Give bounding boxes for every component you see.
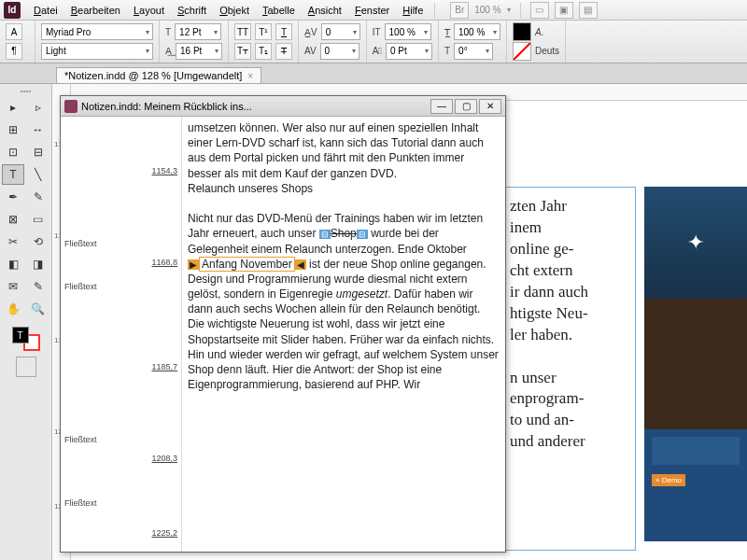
- kerning-icon: A̲V: [304, 27, 317, 37]
- transform-tool-icon[interactable]: ⟲: [27, 231, 49, 252]
- para-format-icon[interactable]: ¶: [6, 43, 22, 60]
- subscript-icon[interactable]: T₁: [255, 43, 272, 60]
- maximize-button[interactable]: ▢: [455, 99, 477, 114]
- note-tool-icon[interactable]: ✉: [2, 276, 24, 297]
- minimize-button[interactable]: —: [430, 99, 453, 114]
- story-editor-icon: [64, 100, 78, 113]
- inserted-text: Anfang November: [199, 257, 295, 272]
- document-tab-title: *Notizen.indd @ 128 % [Umgewandelt]: [64, 70, 242, 81]
- hscale-combo[interactable]: 100 %: [454, 23, 500, 40]
- strikethrough-icon[interactable]: T̶: [275, 43, 292, 60]
- scissors-tool-icon[interactable]: ✂: [2, 231, 24, 252]
- story-gutter: 1154,3 Fließtext 1168,8 Fließtext 1185,7…: [61, 117, 182, 552]
- story-text[interactable]: umsetzen können. Wer also nur auf einen …: [182, 117, 505, 552]
- menu-schrift[interactable]: Schrift: [172, 3, 212, 18]
- document-tab-strip: *Notizen.indd @ 128 % [Umgewandelt] ×: [0, 63, 747, 84]
- menu-tabelle[interactable]: Tabelle: [257, 3, 301, 18]
- screen-mode-icon[interactable]: ▣: [555, 2, 573, 19]
- bridge-button[interactable]: Br: [450, 2, 469, 19]
- selection-tool-icon[interactable]: ▸: [2, 97, 24, 118]
- toolbox: ▸ ▹ ⊞ ↔ ⊡ ⊟ T ╲ ✒ ✎ ⊠ ▭ ✂ ⟲ ◧ ◨ ✉ ✎ ✋ 🔍 …: [0, 84, 52, 560]
- arrange-icon[interactable]: ▤: [579, 2, 598, 19]
- pen-tool-icon[interactable]: ✒: [2, 187, 24, 207]
- line-tool-icon[interactable]: ╲: [27, 164, 49, 185]
- menu-hilfe[interactable]: Hilfe: [397, 3, 429, 18]
- delete-mark-end-icon: ⊟: [357, 230, 368, 239]
- close-button[interactable]: ✕: [479, 99, 501, 114]
- content-collector-icon[interactable]: ⊡: [2, 142, 24, 162]
- kerning-combo[interactable]: 0: [321, 23, 360, 40]
- menu-fenster[interactable]: Fenster: [349, 3, 395, 18]
- vscale-icon: IT: [373, 27, 381, 37]
- allcaps-icon[interactable]: TT: [234, 23, 251, 40]
- view-mode-icon[interactable]: [16, 357, 36, 377]
- document-tab[interactable]: *Notizen.indd @ 128 % [Umgewandelt] ×: [56, 67, 261, 83]
- story-editor-title: Notizen.indd: Meinem Rückblick ins...: [81, 101, 252, 112]
- eyedropper-tool-icon[interactable]: ✎: [27, 276, 49, 297]
- app-icon: Id: [4, 2, 21, 19]
- skew-icon: T: [444, 46, 450, 56]
- type-tool-icon[interactable]: T: [2, 164, 24, 185]
- story-editor-window: Notizen.indd: Meinem Rückblick ins... — …: [60, 95, 506, 553]
- baseline-combo[interactable]: 0 Pt: [386, 43, 432, 60]
- delete-mark-icon: ⊟: [319, 230, 331, 239]
- close-tab-icon[interactable]: ×: [247, 71, 253, 81]
- menu-bearbeiten[interactable]: Bearbeiten: [65, 3, 126, 18]
- leading-combo[interactable]: 16 Pt: [176, 43, 222, 60]
- char-style-icon[interactable]: A.: [535, 27, 543, 37]
- font-family-combo[interactable]: Myriad Pro: [41, 23, 153, 40]
- pencil-tool-icon[interactable]: ✎: [27, 187, 49, 207]
- hscale-icon: T̲: [444, 27, 450, 37]
- menu-ansicht[interactable]: Ansicht: [303, 3, 347, 18]
- stroke-swatch[interactable]: [513, 42, 531, 61]
- char-format-icon[interactable]: A: [6, 23, 22, 40]
- tracking-icon: AV: [304, 46, 317, 56]
- gradient-feather-icon[interactable]: ◨: [27, 254, 49, 274]
- view-options-icon[interactable]: ▭: [530, 2, 549, 19]
- menu-layout[interactable]: Layout: [128, 3, 170, 18]
- font-weight-combo[interactable]: Light: [41, 43, 153, 60]
- skew-combo[interactable]: 0°: [454, 43, 493, 60]
- tracking-combo[interactable]: 0: [320, 43, 359, 60]
- smallcaps-icon[interactable]: Tᴛ: [234, 43, 251, 60]
- leading-icon: A͟: [165, 46, 172, 56]
- page-tool-icon[interactable]: ⊞: [2, 119, 24, 140]
- menu-datei[interactable]: Datei: [28, 3, 63, 18]
- story-editor-titlebar[interactable]: Notizen.indd: Meinem Rückblick ins... — …: [61, 96, 505, 117]
- gradient-swatch-icon[interactable]: ◧: [2, 254, 24, 274]
- demo-button: » Demo: [652, 474, 685, 486]
- content-placer-icon[interactable]: ⊟: [27, 142, 49, 162]
- vscale-combo[interactable]: 100 %: [385, 23, 431, 40]
- image-frame[interactable]: ✦ » Demo: [644, 187, 747, 541]
- superscript-icon[interactable]: T¹: [255, 23, 272, 40]
- rectangle-frame-icon[interactable]: ⊠: [2, 209, 24, 230]
- lang-label: Deuts: [535, 46, 559, 56]
- baseline-icon: Aͣ: [373, 46, 382, 56]
- toolbox-grip[interactable]: [0, 88, 51, 95]
- insert-mark-end-icon: ◀: [295, 259, 306, 270]
- gap-tool-icon[interactable]: ↔: [27, 119, 49, 140]
- menu-bar: Id Datei Bearbeiten Layout Schrift Objek…: [0, 0, 747, 21]
- rectangle-tool-icon[interactable]: ▭: [27, 209, 49, 230]
- font-size-icon: T: [165, 27, 171, 37]
- zoom-tool-icon[interactable]: 🔍: [27, 299, 49, 319]
- deleted-text: Shop: [331, 227, 357, 240]
- insert-mark-icon: ▶: [188, 259, 199, 270]
- zoom-level[interactable]: 100 %: [474, 5, 500, 15]
- logo-graphic: ✦: [687, 231, 704, 255]
- menu-objekt[interactable]: Objekt: [214, 3, 255, 18]
- control-bar: A ¶ Myriad Pro Light T12 Pt A͟16 Pt TT T…: [0, 21, 747, 63]
- hand-tool-icon[interactable]: ✋: [2, 299, 24, 319]
- fill-swatch[interactable]: [513, 22, 531, 41]
- underline-icon[interactable]: T: [275, 23, 292, 40]
- direct-selection-tool-icon[interactable]: ▹: [27, 97, 49, 118]
- font-size-combo[interactable]: 12 Pt: [175, 23, 221, 40]
- fill-stroke-swatches[interactable]: T: [12, 327, 40, 351]
